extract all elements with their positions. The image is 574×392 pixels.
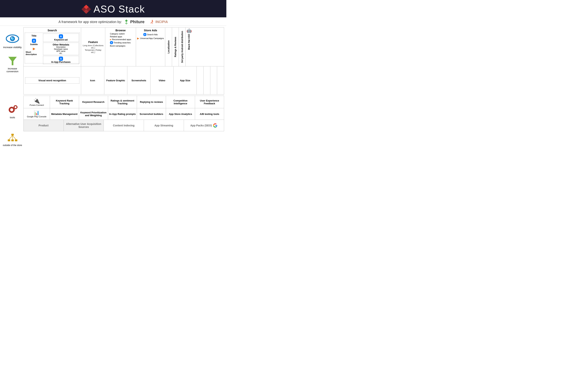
svg-rect-13 xyxy=(11,107,12,108)
visual-word-box: Visual word recognition xyxy=(25,77,80,83)
increase-conversion-label: increase conversion xyxy=(2,67,23,73)
gears-icon xyxy=(6,104,19,115)
google-play-cell: 📊 Google Play Console xyxy=(23,108,50,120)
store-ads-title: Store Ads xyxy=(144,29,157,32)
funnel-icon xyxy=(7,56,18,66)
ratings-sentiment-cell: Ratings & sentiment Tracking xyxy=(108,96,137,108)
browse-area: Browse Category switch Related apps ▶ Re… xyxy=(105,28,136,66)
app-packs-cell: App Packs (SEO) xyxy=(184,120,224,131)
svg-rect-23 xyxy=(11,134,14,136)
svg-rect-26 xyxy=(15,139,17,141)
svg-marker-5 xyxy=(125,22,128,24)
search-title: Search xyxy=(25,29,80,32)
search-area: Search Title A Subtitle xyxy=(23,28,81,66)
app-store-analytics-cell: App Store Analytics xyxy=(166,108,195,120)
short-desc-label: Short description xyxy=(26,51,42,56)
universal-play-icon: ▶ xyxy=(137,37,139,40)
svg-rect-20 xyxy=(15,108,16,109)
outside-store-label: outside of the store xyxy=(3,144,22,146)
play-triangle-icon: ▶ xyxy=(110,39,111,41)
svg-marker-10 xyxy=(8,57,17,65)
tools-label: tools xyxy=(10,116,15,119)
rat-filler xyxy=(204,66,210,94)
third-party-label: 3rd party Android distribution xyxy=(181,31,184,63)
aso-logo-icon xyxy=(82,4,91,14)
svg-rect-25 xyxy=(11,139,14,141)
other-metadata-title: Other Metadata xyxy=(44,43,78,46)
browse-item-3: ▶ Recommended apps xyxy=(110,38,131,41)
video-cell: Video xyxy=(150,66,174,94)
google-play-icon: 📊 xyxy=(34,110,40,115)
title-label: Title xyxy=(32,34,37,37)
browse-item-1: Category switch xyxy=(110,33,125,35)
svg-rect-24 xyxy=(8,139,10,141)
short-desc-item: ▶ Short description xyxy=(26,47,42,56)
search-ads-icon: A xyxy=(143,33,146,36)
svg-point-12 xyxy=(11,109,13,111)
keyword-app-icon: A xyxy=(59,34,63,39)
black-hat-col: 🤖 Black Hat ASO xyxy=(186,28,192,66)
ratings-reviews-col: Ratings & Reviews xyxy=(172,28,179,66)
browse-items: Category switch Related apps ▶ Recommend… xyxy=(110,33,131,47)
app-store-small-icon: A xyxy=(32,39,36,43)
subtitle-text: A framework for app store optimization b… xyxy=(59,20,122,24)
other-metadata-items: DescriptionDeveloper nameAPK nameetc. xyxy=(44,46,78,54)
localization-col: Localization xyxy=(165,28,172,66)
visual-word-area: Visual word recognition xyxy=(23,66,81,94)
feature-area: Feature Long term (Collections etc.)Temp… xyxy=(81,28,105,66)
subtitle-bar: A framework for app store optimization b… xyxy=(0,17,226,26)
in-app-purchases-box: A In-App Purchases xyxy=(43,56,79,64)
feature-subtitle: Long term (Collections etc.)Temporary (T… xyxy=(83,44,103,53)
other-metadata-box: Other Metadata DescriptionDeveloper name… xyxy=(43,43,79,55)
content-indexing-cell: Content Indexing xyxy=(104,120,144,131)
tools-label-group: tools xyxy=(2,93,23,130)
incipia-flame-icon xyxy=(150,19,154,24)
svg-rect-22 xyxy=(17,106,18,108)
increase-visibility-label: increase visibility xyxy=(3,46,22,49)
in-app-label: In-App Purchases xyxy=(44,61,78,63)
third-filler xyxy=(210,66,217,94)
user-exp-cell: User Experience Feedback xyxy=(195,96,224,108)
universal-app-item: ▶ Universal App Campaigns xyxy=(137,37,164,40)
title-item: Title xyxy=(26,34,42,37)
search-ads-item: A Search Ads xyxy=(143,33,158,36)
visibility-label-group: increase visibility increase conversion xyxy=(2,27,23,91)
browse-app-icon: A xyxy=(110,41,113,44)
eye-icon xyxy=(6,33,19,44)
phiture-name: Phiture xyxy=(130,20,144,24)
android-icon: 🤖 xyxy=(186,28,192,33)
itunes-cell: 🔌 iTunes Connect xyxy=(23,96,50,108)
network-icon xyxy=(7,133,18,143)
keyword-set-box: A Keyword set xyxy=(43,34,79,42)
metadata-mgmt-cell: Metadata Management xyxy=(50,108,79,120)
right-grid: Search Title A Subtitle xyxy=(23,27,224,148)
ab-testing-cell: A/B testing tools xyxy=(195,108,224,120)
feature-title: Feature xyxy=(88,41,98,43)
svg-rect-19 xyxy=(15,105,16,106)
search-dashed-box: Title A Subtitle ▶ Short description xyxy=(25,33,80,63)
browse-item-2: Related apps xyxy=(110,36,122,38)
subtitle-label: Subtitle xyxy=(30,43,38,45)
browse-title: Browse xyxy=(115,29,126,32)
black-filler xyxy=(217,66,224,94)
svg-rect-15 xyxy=(9,109,10,111)
svg-rect-16 xyxy=(13,109,15,111)
header-title: ASO Stack xyxy=(94,3,145,15)
product-cell: Product xyxy=(23,120,64,131)
tools-section: 🔌 iTunes Connect Keyword Rank Tracking K… xyxy=(23,96,224,120)
store-ads-area: Store Ads A Search Ads ▶ Universal App C… xyxy=(136,28,165,66)
svg-line-29 xyxy=(12,136,16,139)
tools-row-2: 📊 Google Play Console Metadata Managemen… xyxy=(23,108,224,120)
svg-marker-4 xyxy=(125,20,128,22)
keyword-prior-cell: Keyword Prioritization and Weighting xyxy=(79,108,108,120)
inapp-app-icon: A xyxy=(59,57,63,61)
search-right-sub: A Keyword set Other Metadata Description… xyxy=(43,34,79,62)
third-party-col: 3rd party Android distribution xyxy=(179,28,186,66)
header: ASO Stack xyxy=(0,0,226,17)
itunes-label: iTunes Connect xyxy=(29,104,44,106)
screenshots-cell: Screenshots xyxy=(127,66,150,94)
upper-row: Search Title A Subtitle xyxy=(23,28,224,66)
incipia-logo: INCIPIA xyxy=(150,19,168,24)
outside-section: Product Alternative User Acquisition Sou… xyxy=(23,120,224,131)
svg-point-18 xyxy=(15,106,16,108)
